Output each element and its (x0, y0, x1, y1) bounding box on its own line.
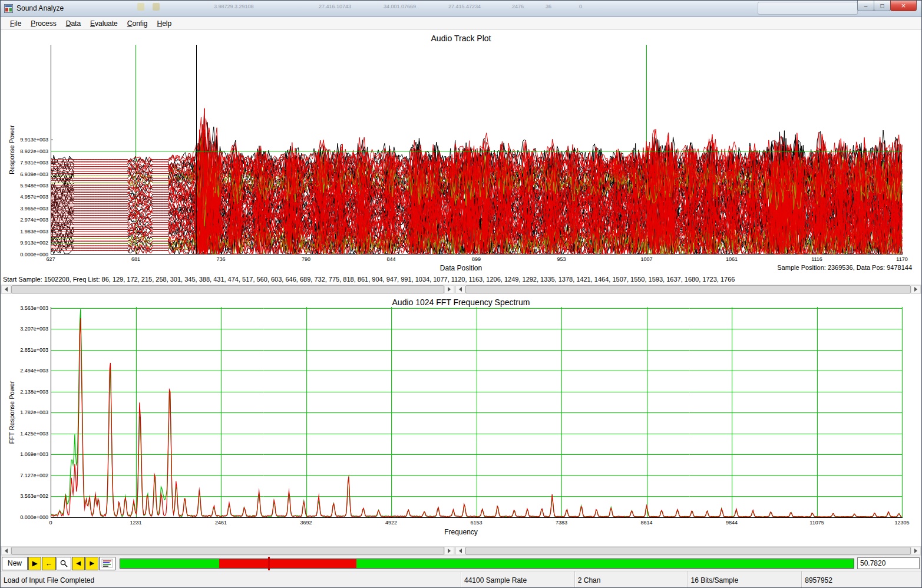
maximize-button[interactable]: □ (874, 1, 891, 11)
position-value-display[interactable]: 50.7820 (857, 557, 920, 569)
position-marker[interactable] (268, 557, 270, 570)
scrollbar-thumb[interactable] (11, 285, 444, 293)
scroll-left-arrow-icon[interactable] (455, 547, 465, 555)
fft-plot-x-tick: 9844 (726, 520, 738, 526)
fft-plot-y-tick: 1.782e+003 (1, 409, 48, 415)
fft-plot-x-tick: 3692 (300, 520, 312, 526)
scrollbar-thumb[interactable] (11, 547, 444, 555)
fft-plot-y-tick: 1.069e+003 (1, 451, 48, 457)
scroll-right-arrow-icon[interactable] (444, 547, 454, 555)
status-sample-rate: 44100 Sample Rate (461, 572, 575, 588)
background-window-ghost-text: 0 (579, 4, 582, 9)
track-scrollbar-left[interactable] (1, 285, 455, 294)
scroll-left-arrow-icon[interactable] (455, 285, 465, 293)
fft-scrollbar-left[interactable] (1, 546, 455, 556)
fft-plot-y-tick: 2.138e+003 (1, 389, 48, 395)
menu-config[interactable]: Config (123, 18, 153, 29)
fft-plot-x-tick: 6153 (470, 520, 482, 526)
track-plot-x-tick: 736 (216, 256, 225, 262)
play-button[interactable]: ▶ (28, 557, 41, 570)
background-window-ghost-text: 27.415.47234 (448, 4, 481, 9)
marker-list-button[interactable] (99, 557, 115, 570)
background-window-ghost-text: 36 (546, 4, 551, 9)
scrollbar-thumb[interactable] (465, 285, 911, 293)
step-forward-button[interactable]: ▶ (85, 557, 98, 570)
background-window-ghost-text: 34.001.07669 (384, 4, 416, 9)
scroll-right-arrow-icon[interactable] (444, 285, 454, 293)
track-scrollbar-right[interactable] (455, 285, 921, 294)
track-plot-y-tick: 8.922e+003 (1, 148, 48, 154)
rewind-button[interactable]: ← (42, 557, 56, 570)
fft-plot-x-axis-label: Frequency (1, 528, 921, 536)
status-channels: 2 Chan (575, 572, 688, 588)
minimize-button[interactable]: – (857, 1, 874, 11)
fft-scrollbar-right[interactable] (455, 546, 921, 556)
fft-plot-y-tick: 3.207e+003 (1, 326, 48, 332)
track-plot-x-tick: 1061 (726, 256, 738, 262)
menu-process[interactable]: Process (26, 18, 61, 29)
scroll-right-arrow-icon[interactable] (911, 547, 921, 555)
fft-plot-x-tick: 8614 (640, 520, 652, 526)
track-plot-x-tick: 953 (557, 256, 566, 262)
menu-bar: File Process Data Evaluate Config Help (1, 17, 921, 30)
track-plot-x-tick: 1116 (811, 256, 822, 262)
window-controls: – □ × (858, 1, 917, 11)
sample-position-readout: Sample Position: 2369536, Data Pos: 9478… (777, 264, 912, 271)
scrollbar-thumb[interactable] (465, 547, 911, 555)
track-plot-y-tick: 3.965e+003 (1, 206, 48, 212)
track-plot-x-tick: 1007 (640, 256, 652, 262)
step-back-button[interactable]: ◀ (72, 557, 85, 570)
marker-list-icon (101, 559, 113, 568)
fft-plot-x-tick: 0 (49, 520, 52, 526)
track-plot-y-tick: 0.000e+000 (1, 252, 48, 257)
fft-plot-x-tick: 2461 (215, 520, 227, 526)
track-plot-scrollbar-row (1, 285, 921, 294)
new-button[interactable]: New (2, 557, 28, 570)
track-plot-y-tick: 4.957e+003 (1, 194, 48, 200)
close-button[interactable]: × (890, 1, 917, 11)
track-plot-y-tick: 5.948e+003 (1, 183, 48, 189)
menu-data[interactable]: Data (61, 18, 85, 29)
fft-plot-y-tick: 2.494e+003 (1, 368, 48, 374)
track-plot-y-tick: 9.913e+002 (1, 240, 48, 246)
fft-plot-x-tick: 1231 (130, 520, 141, 526)
menu-evaluate[interactable]: Evaluate (85, 18, 123, 29)
playback-position-bar[interactable] (120, 559, 854, 569)
track-plot-y-tick: 6.939e+003 (1, 171, 48, 177)
background-window-ghost (758, 2, 858, 15)
window-title: Sound Analyze (16, 4, 64, 12)
background-window-ghost-icon (153, 3, 160, 11)
track-plot-x-tick: 844 (386, 256, 395, 262)
scroll-right-arrow-icon[interactable] (911, 285, 921, 293)
fft-plot-x-tick: 11075 (809, 520, 824, 526)
fft-plot-y-tick: 2.851e+003 (1, 347, 48, 353)
scroll-left-arrow-icon[interactable] (1, 285, 11, 293)
track-plot-x-tick: 681 (131, 256, 140, 262)
menu-file[interactable]: File (5, 18, 26, 29)
play-icon: ▶ (32, 560, 37, 567)
zoom-button[interactable] (57, 557, 71, 570)
fft-plot-y-tick: 0.000e+000 (1, 514, 48, 520)
fft-plot-canvas[interactable] (51, 307, 903, 518)
track-plot-x-tick: 627 (46, 256, 55, 262)
track-plot-y-tick: 7.931e+003 (1, 160, 48, 166)
background-window-ghost-text: 2476 (512, 4, 524, 9)
fft-plot-title: Audio 1024 FFT Frequency Spectrum (1, 298, 921, 307)
fft-plot-y-tick: 1.425e+003 (1, 431, 48, 437)
back-arrow-icon: ← (45, 560, 52, 567)
app-icon[interactable] (4, 4, 13, 13)
track-plot-x-tick: 899 (472, 256, 481, 262)
menu-help[interactable]: Help (153, 18, 177, 29)
track-plot-y-tick: 1.983e+003 (1, 229, 48, 234)
transport-toolbar: New ▶ ← ◀ ▶ (1, 556, 921, 571)
fft-plot-x-tick: 4922 (385, 520, 397, 526)
track-plot-title: Audio Track Plot (1, 34, 921, 43)
track-plot-panel: Audio Track Plot Response Power Data Pos… (1, 30, 921, 285)
scroll-left-arrow-icon[interactable] (1, 547, 11, 555)
app-window: Sound Analyze – □ × 3.98729 3.2910827.41… (0, 0, 922, 588)
fft-plot-y-tick: 3.563e+002 (1, 493, 48, 499)
magnifier-icon (60, 560, 68, 567)
track-plot-canvas[interactable] (51, 45, 903, 255)
title-bar[interactable]: Sound Analyze – □ × 3.98729 3.2910827.41… (1, 1, 921, 17)
fft-plot-x-tick: 12305 (894, 520, 909, 526)
